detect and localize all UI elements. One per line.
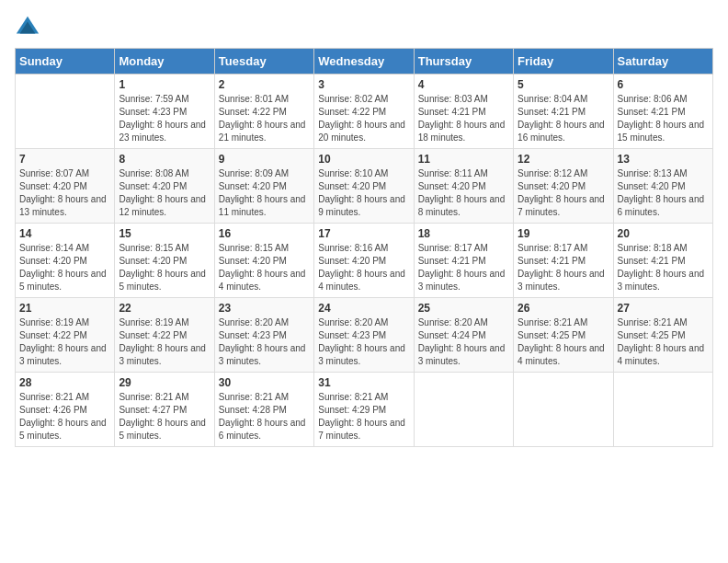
day-cell: 21Sunrise: 8:19 AMSunset: 4:22 PMDayligh… xyxy=(16,298,115,373)
day-number: 18 xyxy=(418,227,509,240)
day-cell: 27Sunrise: 8:21 AMSunset: 4:25 PMDayligh… xyxy=(613,298,712,373)
day-info: Sunrise: 8:07 AMSunset: 4:20 PMDaylight:… xyxy=(19,167,110,219)
day-number: 22 xyxy=(119,302,210,315)
calendar-table: SundayMondayTuesdayWednesdayThursdayFrid… xyxy=(15,48,713,447)
day-number: 24 xyxy=(318,302,409,315)
header-thursday: Thursday xyxy=(414,49,513,75)
day-info: Sunrise: 8:15 AMSunset: 4:20 PMDaylight:… xyxy=(119,242,210,293)
day-cell: 3Sunrise: 8:02 AMSunset: 4:22 PMDaylight… xyxy=(314,75,414,149)
day-number: 14 xyxy=(19,227,110,240)
day-number: 27 xyxy=(618,302,709,315)
day-number: 19 xyxy=(518,227,609,240)
day-cell: 23Sunrise: 8:20 AMSunset: 4:23 PMDayligh… xyxy=(214,298,313,373)
day-number: 8 xyxy=(119,153,210,166)
day-number: 2 xyxy=(219,78,310,91)
day-cell xyxy=(414,373,513,447)
day-cell: 4Sunrise: 8:03 AMSunset: 4:21 PMDaylight… xyxy=(414,75,513,149)
day-cell xyxy=(613,373,712,447)
day-info: Sunrise: 8:21 AMSunset: 4:25 PMDaylight:… xyxy=(618,316,709,368)
day-number: 13 xyxy=(618,153,709,166)
day-number: 23 xyxy=(219,302,310,315)
page-header xyxy=(15,15,713,40)
day-info: Sunrise: 8:19 AMSunset: 4:22 PMDaylight:… xyxy=(19,316,110,368)
header-friday: Friday xyxy=(514,49,613,75)
day-cell: 16Sunrise: 8:15 AMSunset: 4:20 PMDayligh… xyxy=(214,224,313,298)
day-info: Sunrise: 8:10 AMSunset: 4:20 PMDaylight:… xyxy=(318,167,409,219)
day-number: 5 xyxy=(518,78,609,91)
header-saturday: Saturday xyxy=(613,49,712,75)
day-cell: 2Sunrise: 8:01 AMSunset: 4:22 PMDaylight… xyxy=(214,75,313,149)
day-cell: 11Sunrise: 8:11 AMSunset: 4:20 PMDayligh… xyxy=(414,149,513,224)
day-cell: 5Sunrise: 8:04 AMSunset: 4:21 PMDaylight… xyxy=(514,75,613,149)
day-cell xyxy=(16,75,115,149)
day-info: Sunrise: 8:11 AMSunset: 4:20 PMDaylight:… xyxy=(418,167,509,219)
week-row-2: 7Sunrise: 8:07 AMSunset: 4:20 PMDaylight… xyxy=(16,149,713,224)
day-number: 16 xyxy=(219,227,310,240)
header-wednesday: Wednesday xyxy=(314,49,414,75)
day-number: 21 xyxy=(19,302,110,315)
day-number: 12 xyxy=(518,153,609,166)
day-number: 11 xyxy=(418,153,509,166)
day-info: Sunrise: 8:12 AMSunset: 4:20 PMDaylight:… xyxy=(518,167,609,219)
day-info: Sunrise: 8:18 AMSunset: 4:21 PMDaylight:… xyxy=(618,242,709,293)
day-info: Sunrise: 8:02 AMSunset: 4:22 PMDaylight:… xyxy=(318,93,409,144)
day-info: Sunrise: 8:14 AMSunset: 4:20 PMDaylight:… xyxy=(19,242,110,293)
day-number: 20 xyxy=(618,227,709,240)
week-row-3: 14Sunrise: 8:14 AMSunset: 4:20 PMDayligh… xyxy=(16,224,713,298)
day-cell: 30Sunrise: 8:21 AMSunset: 4:28 PMDayligh… xyxy=(214,373,313,447)
day-cell: 8Sunrise: 8:08 AMSunset: 4:20 PMDaylight… xyxy=(115,149,214,224)
day-number: 3 xyxy=(318,78,409,91)
day-cell: 18Sunrise: 8:17 AMSunset: 4:21 PMDayligh… xyxy=(414,224,513,298)
day-number: 10 xyxy=(318,153,409,166)
day-info: Sunrise: 8:21 AMSunset: 4:26 PMDaylight:… xyxy=(19,391,110,442)
day-info: Sunrise: 8:09 AMSunset: 4:20 PMDaylight:… xyxy=(219,167,310,219)
day-info: Sunrise: 8:03 AMSunset: 4:21 PMDaylight:… xyxy=(418,93,509,144)
day-cell: 10Sunrise: 8:10 AMSunset: 4:20 PMDayligh… xyxy=(314,149,414,224)
day-cell: 22Sunrise: 8:19 AMSunset: 4:22 PMDayligh… xyxy=(115,298,214,373)
day-cell: 17Sunrise: 8:16 AMSunset: 4:20 PMDayligh… xyxy=(314,224,414,298)
day-info: Sunrise: 8:19 AMSunset: 4:22 PMDaylight:… xyxy=(119,316,210,368)
week-row-4: 21Sunrise: 8:19 AMSunset: 4:22 PMDayligh… xyxy=(16,298,713,373)
day-info: Sunrise: 8:01 AMSunset: 4:22 PMDaylight:… xyxy=(219,93,310,144)
day-cell: 26Sunrise: 8:21 AMSunset: 4:25 PMDayligh… xyxy=(514,298,613,373)
day-info: Sunrise: 7:59 AMSunset: 4:23 PMDaylight:… xyxy=(119,93,210,144)
day-number: 1 xyxy=(119,78,210,91)
day-number: 28 xyxy=(19,376,110,389)
header-sunday: Sunday xyxy=(16,49,115,75)
day-info: Sunrise: 8:16 AMSunset: 4:20 PMDaylight:… xyxy=(318,242,409,293)
day-cell: 15Sunrise: 8:15 AMSunset: 4:20 PMDayligh… xyxy=(115,224,214,298)
day-number: 17 xyxy=(318,227,409,240)
day-cell: 24Sunrise: 8:20 AMSunset: 4:23 PMDayligh… xyxy=(314,298,414,373)
day-info: Sunrise: 8:13 AMSunset: 4:20 PMDaylight:… xyxy=(618,167,709,219)
day-cell: 1Sunrise: 7:59 AMSunset: 4:23 PMDaylight… xyxy=(115,75,214,149)
day-info: Sunrise: 8:21 AMSunset: 4:27 PMDaylight:… xyxy=(119,391,210,442)
day-info: Sunrise: 8:17 AMSunset: 4:21 PMDaylight:… xyxy=(418,242,509,293)
day-info: Sunrise: 8:21 AMSunset: 4:25 PMDaylight:… xyxy=(518,316,609,368)
day-info: Sunrise: 8:04 AMSunset: 4:21 PMDaylight:… xyxy=(518,93,609,144)
day-cell: 19Sunrise: 8:17 AMSunset: 4:21 PMDayligh… xyxy=(514,224,613,298)
calendar-header-row: SundayMondayTuesdayWednesdayThursdayFrid… xyxy=(16,49,713,75)
day-info: Sunrise: 8:06 AMSunset: 4:21 PMDaylight:… xyxy=(618,93,709,144)
logo xyxy=(15,15,44,40)
day-number: 9 xyxy=(219,153,310,166)
day-cell: 28Sunrise: 8:21 AMSunset: 4:26 PMDayligh… xyxy=(16,373,115,447)
day-cell: 31Sunrise: 8:21 AMSunset: 4:29 PMDayligh… xyxy=(314,373,414,447)
day-number: 29 xyxy=(119,376,210,389)
day-number: 26 xyxy=(518,302,609,315)
day-info: Sunrise: 8:20 AMSunset: 4:23 PMDaylight:… xyxy=(318,316,409,368)
day-number: 4 xyxy=(418,78,509,91)
day-cell: 20Sunrise: 8:18 AMSunset: 4:21 PMDayligh… xyxy=(613,224,712,298)
day-info: Sunrise: 8:20 AMSunset: 4:23 PMDaylight:… xyxy=(219,316,310,368)
logo-icon xyxy=(15,15,40,40)
day-info: Sunrise: 8:21 AMSunset: 4:29 PMDaylight:… xyxy=(318,391,409,442)
day-cell: 12Sunrise: 8:12 AMSunset: 4:20 PMDayligh… xyxy=(514,149,613,224)
day-cell: 7Sunrise: 8:07 AMSunset: 4:20 PMDaylight… xyxy=(16,149,115,224)
day-info: Sunrise: 8:17 AMSunset: 4:21 PMDaylight:… xyxy=(518,242,609,293)
day-cell xyxy=(514,373,613,447)
day-info: Sunrise: 8:08 AMSunset: 4:20 PMDaylight:… xyxy=(119,167,210,219)
week-row-1: 1Sunrise: 7:59 AMSunset: 4:23 PMDaylight… xyxy=(16,75,713,149)
day-number: 15 xyxy=(119,227,210,240)
day-number: 31 xyxy=(318,376,409,389)
day-number: 6 xyxy=(618,78,709,91)
day-cell: 29Sunrise: 8:21 AMSunset: 4:27 PMDayligh… xyxy=(115,373,214,447)
